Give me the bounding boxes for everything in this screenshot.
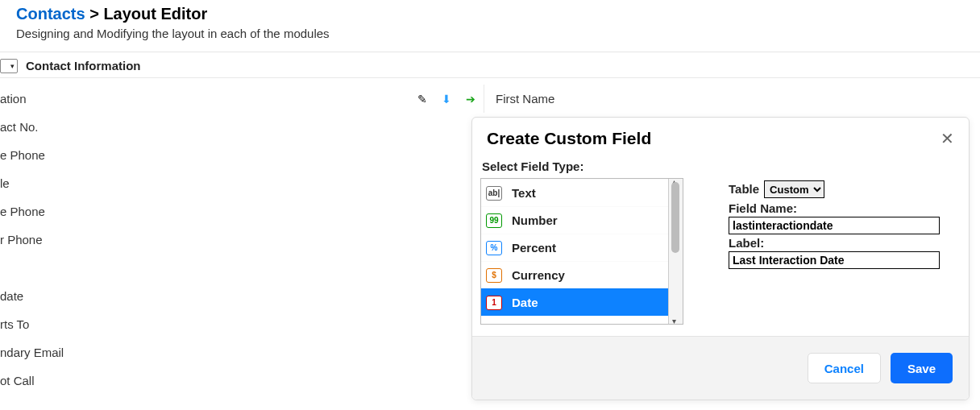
- field-type-label: Number: [512, 213, 558, 227]
- fieldname-label: Field Name:: [729, 201, 954, 215]
- arrow-right-icon[interactable]: ➔: [466, 93, 475, 105]
- field-type-label: Date: [512, 296, 538, 309]
- field-type-label: Percent: [512, 241, 556, 255]
- label-label: Label:: [729, 236, 954, 250]
- field-row[interactable]: rts To: [0, 310, 484, 338]
- breadcrumb-link-contacts[interactable]: Contacts: [16, 5, 85, 23]
- field-type-scrollbar[interactable]: ▴ ▾: [668, 179, 683, 324]
- date-icon: 1: [486, 296, 502, 310]
- fieldname-row: Field Name:: [729, 201, 954, 234]
- field-row[interactable]: ndary Email: [0, 338, 484, 367]
- field-type-listbox: ab| Text 99 Number % Percent $ Currency: [480, 178, 683, 325]
- breadcrumb: Contacts > Layout Editor: [16, 5, 980, 23]
- fieldname-input[interactable]: [729, 217, 940, 234]
- modal-header: Create Custom Field ✕: [472, 118, 969, 151]
- modal-title: Create Custom Field: [487, 129, 651, 148]
- label-input[interactable]: [729, 251, 940, 269]
- cancel-button[interactable]: Cancel: [808, 353, 881, 383]
- table-row: Table Custom: [729, 180, 954, 198]
- edit-icon[interactable]: ✎: [417, 93, 427, 105]
- arrow-down-icon[interactable]: ⬇: [442, 93, 451, 105]
- field-type-currency[interactable]: $ Currency: [481, 261, 668, 288]
- field-row[interactable]: le: [0, 169, 484, 197]
- field-type-more[interactable]: [481, 316, 668, 325]
- modal-body: Select Field Type: ab| Text 99 Number % …: [472, 151, 969, 336]
- text-icon: ab|: [486, 186, 502, 201]
- field-row[interactable]: date: [0, 282, 484, 310]
- field-type-date[interactable]: 1 Date: [481, 288, 668, 316]
- field-label: rts To: [0, 317, 29, 331]
- field-action-icons: ✎ ⬇ ➔: [417, 93, 475, 105]
- field-row[interactable]: e Phone: [0, 141, 484, 169]
- field-row[interactable]: e Phone: [0, 197, 484, 226]
- field-row[interactable]: First Name: [484, 85, 980, 113]
- field-label: r Phone: [0, 233, 43, 246]
- field-row[interactable]: ation ✎ ⬇ ➔: [0, 85, 484, 113]
- field-label: ation: [0, 92, 27, 106]
- breadcrumb-current: Layout Editor: [103, 5, 207, 23]
- field-label: ot Call: [0, 374, 35, 387]
- field-label: date: [0, 289, 23, 303]
- chevron-down-icon: ▾: [10, 62, 15, 70]
- layout-column-left: ation ✎ ⬇ ➔ act No. e Phone le e Phone r…: [0, 78, 484, 395]
- field-row[interactable]: r Phone: [0, 226, 484, 254]
- modal-footer: Cancel Save: [472, 336, 969, 400]
- field-label: act No.: [0, 120, 39, 134]
- field-type-label: Currency: [512, 268, 565, 282]
- label-row: Label:: [729, 236, 954, 269]
- field-type-text[interactable]: ab| Text: [481, 179, 668, 206]
- section-title: Contact Information: [26, 59, 141, 72]
- field-type-percent[interactable]: % Percent: [481, 234, 668, 261]
- field-type-label: Text: [512, 186, 536, 200]
- select-field-type-label: Select Field Type:: [482, 159, 683, 173]
- save-button[interactable]: Save: [891, 353, 953, 383]
- section-toggle[interactable]: ▾: [0, 59, 18, 73]
- number-icon: 99: [486, 213, 502, 228]
- table-select[interactable]: Custom: [764, 180, 824, 198]
- field-type-panel: Select Field Type: ab| Text 99 Number % …: [480, 159, 683, 325]
- close-icon[interactable]: ✕: [941, 130, 954, 147]
- header-divider: [0, 52, 980, 52]
- field-type-number[interactable]: 99 Number: [481, 206, 668, 234]
- field-row[interactable]: [0, 254, 484, 282]
- field-row[interactable]: ot Call: [0, 367, 484, 395]
- currency-icon: $: [486, 268, 502, 283]
- breadcrumb-separator: >: [89, 5, 99, 23]
- field-label: First Name: [496, 92, 554, 106]
- page-header: Contacts > Layout Editor Designing and M…: [0, 0, 980, 48]
- table-label: Table: [729, 182, 759, 196]
- field-form: Table Custom Field Name: Label:: [683, 159, 954, 325]
- percent-icon: %: [486, 241, 502, 255]
- field-type-list: ab| Text 99 Number % Percent $ Currency: [481, 179, 668, 325]
- scrollbar-thumb[interactable]: [671, 182, 679, 253]
- page-subheading: Designing and Modifying the layout in ea…: [16, 27, 980, 40]
- field-label: ndary Email: [0, 346, 64, 359]
- field-label: e Phone: [0, 148, 45, 162]
- section-header: ▾ Contact Information: [0, 54, 980, 78]
- scroll-down-icon[interactable]: ▾: [672, 317, 676, 325]
- create-custom-field-modal: Create Custom Field ✕ Select Field Type:…: [471, 117, 970, 400]
- field-row[interactable]: act No.: [0, 113, 484, 141]
- field-label: e Phone: [0, 205, 45, 218]
- field-label: le: [0, 176, 10, 190]
